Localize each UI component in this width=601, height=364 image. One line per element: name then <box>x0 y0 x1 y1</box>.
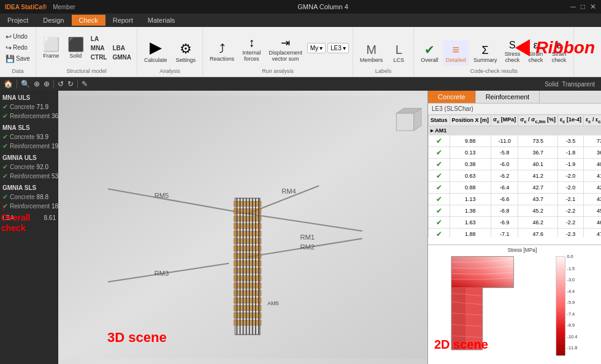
calculate-button[interactable]: ▶ Calculate <box>141 36 170 66</box>
row-sc-ratio: 73.5 <box>518 135 558 146</box>
redo-button[interactable]: ↪Redo <box>4 43 32 53</box>
ribbon-group-run-analysis-label: Run analysis <box>262 68 294 74</box>
row-sc-ratio: 43.7 <box>518 193 558 205</box>
scene-3d[interactable]: RM5 RM4 RM1 RM2 RM3 <box>58 91 427 364</box>
module-name: Member <box>53 4 75 10</box>
frame-button[interactable]: ⬜ Frame <box>40 34 63 61</box>
ribbon-group-structural-label: Structural model <box>66 68 107 74</box>
row-position: 1.38 <box>450 205 491 216</box>
ribbon-group-data-label: Data <box>12 68 23 74</box>
strain-check-button[interactable]: ε Straincheck <box>524 37 546 66</box>
product-name: IDEA StatiCa® <box>5 4 47 10</box>
svg-text:-8.9: -8.9 <box>567 322 575 328</box>
mna-uls-section: MNA ULS ✔ Concrete 71.9 ✔ Reinforcement … <box>2 94 56 121</box>
window-buttons: ─ □ ✕ <box>570 2 596 11</box>
svg-rect-46 <box>465 287 483 350</box>
ribbon-group-analysis-label: Analysis <box>159 68 180 74</box>
app-logo: IDEA StatiCa® Member <box>5 4 75 10</box>
undo-button[interactable]: ↩Undo <box>4 32 32 42</box>
row-status: ✔ <box>429 193 450 205</box>
minimize-button[interactable]: ─ <box>570 2 576 11</box>
ribbon-group-labels: M Members L LCS Labels <box>353 27 415 77</box>
svg-rect-20 <box>234 261 261 266</box>
mna-sls-reinf-val: 19.7 <box>52 143 58 150</box>
svg-rect-23 <box>234 283 261 288</box>
mna-sls-reinf-label: Reinforcement <box>10 143 50 150</box>
row-sc: -11.0 <box>491 135 518 146</box>
summary-button[interactable]: Σ Summary <box>470 42 500 66</box>
menu-check[interactable]: Check <box>72 15 105 26</box>
settings-button[interactable]: ⚙ Settings <box>173 39 199 66</box>
ctrl-button[interactable]: CTRL <box>89 53 109 61</box>
mna-sls-reinf-row: ✔ Reinforcement 19.7 <box>2 142 56 151</box>
add-icon[interactable]: ⊕ <box>34 80 40 88</box>
home-icon[interactable]: 🏠 <box>4 80 13 88</box>
strain-check2-button[interactable]: ε Straincheck <box>548 37 570 66</box>
detailed-button[interactable]: ≡ Detailed <box>443 40 469 66</box>
scene-2d[interactable]: Stress [MPa] <box>428 245 601 364</box>
reactions-button[interactable]: ⤴ Reactions <box>207 39 237 64</box>
separator3 <box>77 80 78 88</box>
mna-uls-reinf-row: ✔ Reinforcement 36.6 <box>2 112 56 121</box>
svg-text:AM5: AM5 <box>267 300 279 306</box>
internal-forces-button[interactable]: ↕ Internalforces <box>239 33 264 64</box>
mna-button[interactable]: MNA <box>89 44 109 52</box>
menu-project[interactable]: Project <box>0 15 36 26</box>
menu-materials[interactable]: Materials <box>140 15 183 26</box>
redo-quick-icon[interactable]: ↻ <box>67 80 74 88</box>
solid-button[interactable]: ⬛ Solid <box>64 34 87 61</box>
ribbon-group-data: ↩Undo ↪Redo 💾Save Data <box>0 27 36 77</box>
svg-text:0.0: 0.0 <box>567 254 573 259</box>
row-status: ✔ <box>429 170 450 181</box>
tab-reinforcement[interactable]: Reinforcement <box>476 91 540 103</box>
row-position: 0.63 <box>450 170 491 181</box>
table-row: ✔ 1.88 -7.1 47.6 -2.3 47.6 <box>429 228 602 237</box>
displacement-button[interactable]: ⇥ Displacementvector sum <box>266 34 305 64</box>
svg-text:-11.8: -11.8 <box>567 345 577 351</box>
svg-rect-18 <box>234 246 261 251</box>
mna-sls-section: MNA SLS ✔ Concrete 93.9 ✔ Reinforcement … <box>2 124 56 151</box>
maximize-button[interactable]: □ <box>581 2 585 11</box>
gmnia-uls-concrete-label: Concrete <box>10 164 35 170</box>
overall-button[interactable]: ✔ Overall <box>418 40 442 66</box>
gmnia-sls-reinf-row: ✔ Reinforcement 18.4 <box>2 202 56 211</box>
mna-uls-concrete-row: ✔ Concrete 71.9 <box>2 102 56 112</box>
row-ec-ratio: 47.6 <box>583 228 601 237</box>
solid-view-label[interactable]: Solid <box>545 81 558 88</box>
members-button[interactable]: M Members <box>357 40 386 66</box>
mna-sls-concrete-ok-icon: ✔ <box>2 133 8 141</box>
row-sc-ratio: 45.2 <box>518 205 558 216</box>
row-ec-ratio: 45.2 <box>583 205 601 216</box>
menu-report[interactable]: Report <box>105 15 140 26</box>
search-icon[interactable]: 🔍 <box>21 80 30 88</box>
row-position: 0.88 <box>450 181 491 193</box>
edit-icon[interactable]: ✎ <box>82 80 88 88</box>
gmna-button[interactable]: GMNA <box>110 53 133 61</box>
lcs-button[interactable]: L LCS <box>388 40 410 66</box>
gmnia-uls-reinf-val: 53.5 <box>52 173 58 180</box>
result-table: Status Position X [m] σc [MPa] σc / σc,l… <box>428 115 601 237</box>
save-button[interactable]: 💾Save <box>4 54 32 64</box>
row-ec-ratio: 41.2 <box>583 170 601 181</box>
transparent-view-label[interactable]: Transparent <box>562 81 595 88</box>
row-sc: -6.9 <box>491 216 518 228</box>
my-dropdown[interactable]: My▾ <box>307 43 326 53</box>
menu-design[interactable]: Design <box>36 15 71 26</box>
col-position: Position X [m] <box>450 115 491 126</box>
gmnia-sls-reinf-ok-icon: ✔ <box>2 202 8 210</box>
lba-button[interactable]: LBA <box>110 44 133 52</box>
le3-dropdown[interactable]: LE3▾ <box>327 43 349 53</box>
undo-quick-icon[interactable]: ↺ <box>58 80 64 88</box>
tab-concrete[interactable]: Concrete <box>428 91 476 103</box>
mna-uls-reinf-val: 36.6 <box>52 113 58 119</box>
gmnia-uls-reinf-label: Reinforcement <box>10 173 50 180</box>
table-row: ✔ 0.88 -6.4 42.7 -2.0 42.7 <box>429 181 602 193</box>
add2-icon[interactable]: ⊕ <box>44 80 50 88</box>
la-button[interactable]: LA <box>89 35 109 43</box>
stress-check-button[interactable]: S Stresscheck <box>501 37 523 66</box>
close-button[interactable]: ✕ <box>590 2 596 11</box>
lba-label: LBA <box>2 214 14 221</box>
main-content: MNA ULS ✔ Concrete 71.9 ✔ Reinforcement … <box>0 91 601 364</box>
gmnia-uls-reinf-ok-icon: ✔ <box>2 172 8 180</box>
right-panel-tabs: Concrete Reinforcement <box>428 91 601 104</box>
